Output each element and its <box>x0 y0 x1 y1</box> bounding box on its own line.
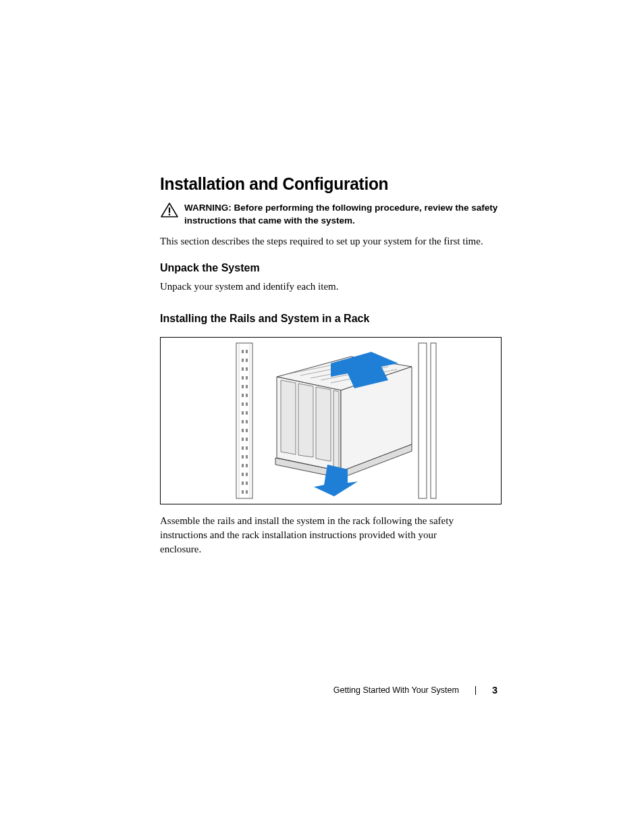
warning-body: Before performing the following procedur… <box>184 203 498 226</box>
svg-rect-12 <box>246 376 248 380</box>
svg-rect-18 <box>246 402 248 406</box>
svg-rect-14 <box>246 385 248 388</box>
svg-marker-45 <box>298 384 313 457</box>
svg-rect-15 <box>242 394 244 397</box>
svg-rect-7 <box>242 359 244 362</box>
svg-rect-38 <box>246 490 248 494</box>
footer-section-title: Getting Started With Your System <box>333 685 459 695</box>
svg-rect-8 <box>246 359 248 362</box>
svg-rect-13 <box>242 385 244 388</box>
svg-point-1 <box>169 214 171 216</box>
svg-rect-10 <box>246 367 248 371</box>
main-heading: Installation and Configuration <box>160 174 499 194</box>
svg-rect-20 <box>246 411 248 415</box>
warning-icon <box>160 202 179 218</box>
svg-rect-37 <box>242 490 244 494</box>
intro-text: This section describes the steps require… <box>160 234 506 249</box>
warning-label: WARNING: <box>184 203 232 213</box>
page-footer: Getting Started With Your System 3 <box>333 685 498 696</box>
footer-page-number: 3 <box>492 685 498 696</box>
svg-rect-29 <box>242 455 244 459</box>
svg-rect-31 <box>242 464 244 467</box>
svg-rect-32 <box>246 464 248 467</box>
warning-block: WARNING: Before performing the following… <box>160 202 506 228</box>
warning-text: WARNING: Before performing the following… <box>184 202 506 228</box>
svg-marker-47 <box>333 390 339 468</box>
section1-heading: Unpack the System <box>160 262 506 274</box>
svg-rect-19 <box>242 411 244 415</box>
rack-illustration <box>223 340 439 502</box>
svg-rect-16 <box>246 394 248 397</box>
svg-rect-23 <box>242 429 244 432</box>
svg-rect-28 <box>246 446 248 450</box>
svg-rect-24 <box>246 429 248 432</box>
svg-rect-25 <box>242 438 244 441</box>
svg-rect-17 <box>242 402 244 406</box>
svg-rect-30 <box>246 455 248 459</box>
svg-rect-11 <box>242 376 244 380</box>
section2-heading: Installing the Rails and System in a Rac… <box>160 313 506 325</box>
svg-rect-40 <box>431 343 436 498</box>
svg-rect-33 <box>242 473 244 476</box>
svg-rect-26 <box>246 438 248 441</box>
svg-marker-44 <box>281 380 296 454</box>
section1-body: Unpack your system and identify each ite… <box>160 280 506 294</box>
svg-rect-35 <box>242 481 244 485</box>
section2-body: Assemble the rails and install the syste… <box>160 514 454 556</box>
svg-rect-2 <box>236 343 252 498</box>
svg-rect-36 <box>246 481 248 485</box>
svg-rect-9 <box>242 367 244 371</box>
svg-rect-21 <box>242 420 244 423</box>
svg-rect-39 <box>419 343 427 498</box>
svg-rect-6 <box>246 350 248 353</box>
svg-rect-34 <box>246 473 248 476</box>
svg-rect-27 <box>242 446 244 450</box>
footer-divider <box>475 686 476 695</box>
page-content: Installation and Configuration WARNING: … <box>160 174 506 556</box>
svg-rect-22 <box>246 420 248 423</box>
svg-marker-46 <box>316 387 331 461</box>
svg-rect-5 <box>242 350 244 353</box>
figure-box <box>160 337 502 504</box>
